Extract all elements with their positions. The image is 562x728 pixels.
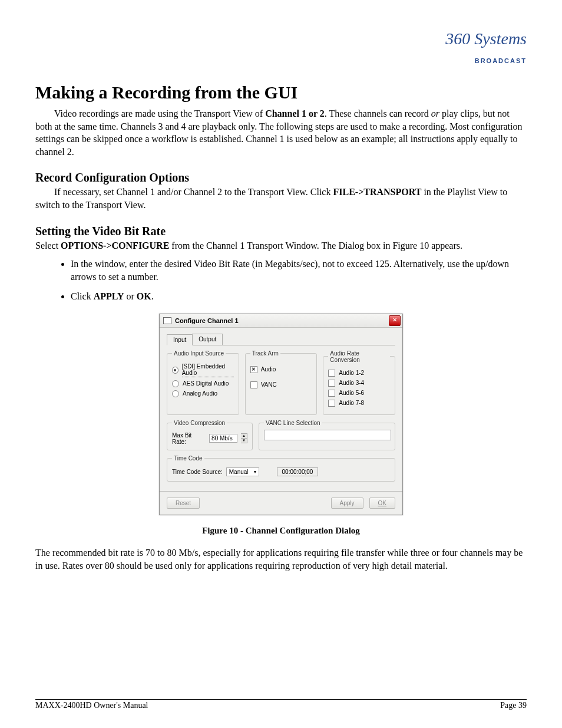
close-icon[interactable]: ✕	[389, 315, 401, 326]
titlebar: Configure Channel 1 ✕	[160, 314, 402, 328]
check-audio-3-4[interactable]: Audio 3-4	[328, 380, 390, 387]
footer-left: MAXX-2400HD Owner's Manual	[35, 701, 148, 710]
radio-label: AES Digital Audio	[183, 380, 229, 387]
legend: Time Code	[172, 455, 204, 462]
max-bit-rate-input[interactable]: 80 Mb/s	[209, 434, 237, 443]
dialog-title: Configure Channel 1	[175, 317, 239, 324]
field-label: Time Code Source:	[172, 469, 223, 475]
check-audio-5-6[interactable]: Audio 5-6	[328, 390, 390, 397]
top-row: Audio Input Source [SDI] Embedded Audio …	[167, 350, 395, 420]
time-code-source-combo[interactable]: Manual ▼	[226, 467, 259, 476]
legend: Track Arm	[250, 350, 280, 357]
audio-input-source-group: Audio Input Source [SDI] Embedded Audio …	[167, 350, 239, 415]
text: Video recordings are made using the Tran…	[54, 108, 265, 118]
section-heading: Record Configuration Options	[35, 171, 527, 185]
chevron-down-icon: ▼	[253, 470, 257, 474]
bit-rate-spinner[interactable]: ▲ ▼	[241, 433, 247, 443]
footer-right: Page 39	[500, 701, 527, 710]
time-code-group: Time Code Time Code Source: Manual ▼ 00:…	[167, 455, 395, 482]
legend: VANC Line Selection	[264, 420, 322, 426]
radio-icon	[172, 380, 179, 387]
check-label: Audio	[261, 366, 276, 373]
apply-button[interactable]: Apply	[331, 498, 363, 509]
radio-icon	[172, 390, 179, 397]
page: 360 Systems BROADCAST Making a Recording…	[0, 0, 562, 728]
dialog-screenshot: Configure Channel 1 ✕ Input Output Audio…	[35, 314, 527, 515]
vanc-line-input[interactable]	[264, 430, 391, 440]
dialog-body: Input Output Audio Input Source [SDI] Em…	[160, 328, 402, 491]
text-bold: OPTIONS->CONFIGURE	[61, 241, 169, 251]
text-em: or	[431, 108, 439, 118]
tab-input[interactable]: Input	[167, 334, 193, 345]
text-bold: Channel 1 or 2	[265, 108, 325, 118]
configure-channel-dialog: Configure Channel 1 ✕ Input Output Audio…	[159, 314, 403, 515]
dialog-footer: Reset Apply OK	[160, 491, 402, 515]
page-title: Making a Recording from the GUI	[35, 83, 527, 103]
mid-row: Video Compression Max Bit Rate: 80 Mb/s …	[167, 420, 395, 455]
video-compression-group: Video Compression Max Bit Rate: 80 Mb/s …	[167, 420, 253, 450]
check-audio-1-2[interactable]: Audio 1-2	[328, 370, 390, 377]
text-bold: OK	[137, 291, 151, 301]
legend: Audio Input Source	[172, 350, 226, 357]
page-footer: MAXX-2400HD Owner's Manual Page 39	[35, 699, 527, 710]
tab-output[interactable]: Output	[192, 334, 223, 345]
ok-label: OK	[378, 500, 386, 506]
text: or	[124, 291, 137, 301]
text-bold: APPLY	[94, 291, 124, 301]
radio-sdi-embedded[interactable]: [SDI] Embedded Audio	[172, 363, 234, 377]
ok-button[interactable]: OK	[369, 498, 395, 509]
radio-analog[interactable]: Analog Audio	[172, 390, 234, 397]
text: Click	[71, 291, 94, 301]
legend: Audio Rate Conversion	[328, 350, 390, 363]
paragraph: If necessary, set Channel 1 and/or Chann…	[35, 186, 527, 211]
figure-caption: Figure 10 - Channel Configuration Dialog	[35, 526, 527, 536]
list-item: Click APPLY or OK.	[71, 290, 527, 303]
check-label: Audio 3-4	[339, 380, 364, 386]
checkbox-icon	[250, 381, 257, 388]
field-label: Max Bit Rate:	[172, 432, 206, 445]
chevron-down-icon: ▼	[241, 439, 247, 443]
check-label: Audio 7-8	[339, 400, 364, 406]
check-label: VANC	[261, 381, 277, 388]
checkbox-icon	[250, 366, 257, 373]
reset-button[interactable]: Reset	[167, 498, 200, 509]
radio-icon	[172, 367, 178, 374]
legend: Video Compression	[172, 420, 227, 426]
checkbox-icon	[328, 400, 335, 407]
logo-script: 360 Systems	[445, 29, 527, 48]
radio-label: Analog Audio	[183, 390, 217, 397]
check-label: Audio 5-6	[339, 390, 364, 396]
checkbox-icon	[328, 380, 335, 387]
section-heading: Setting the Video Bit Rate	[35, 225, 527, 238]
checkbox-icon	[328, 390, 335, 397]
paragraph: Select OPTIONS->CONFIGURE from the Chann…	[35, 239, 527, 252]
check-vanc[interactable]: VANC	[250, 381, 312, 388]
text: If necessary, set Channel 1 and/or Chann…	[54, 187, 333, 197]
text: Select	[35, 241, 61, 251]
text: from the Channel 1 Transport Window. The…	[169, 241, 462, 251]
time-code-value: 00:00:00;00	[277, 467, 319, 476]
checkbox-icon	[328, 370, 335, 377]
audio-rate-conversion-group: Audio Rate Conversion Audio 1-2 Audio 3-…	[323, 350, 395, 415]
check-audio[interactable]: Audio	[250, 366, 312, 373]
check-audio-7-8[interactable]: Audio 7-8	[328, 400, 390, 407]
track-arm-group: Track Arm Audio VANC	[245, 350, 318, 415]
vanc-line-selection-group: VANC Line Selection	[259, 420, 395, 450]
logo: 360 Systems BROADCAST	[35, 29, 527, 65]
radio-aes-digital[interactable]: AES Digital Audio	[172, 380, 234, 387]
text: . These channels can record	[325, 108, 431, 118]
paragraph: The recommended bit rate is 70 to 80 Mb/…	[35, 546, 527, 572]
bullet-list: In the window, enter the desired Video B…	[71, 258, 527, 303]
window-icon	[163, 317, 171, 324]
radio-label: [SDI] Embedded Audio	[182, 363, 234, 377]
text-bold: FILE->TRANSPORT	[333, 187, 421, 197]
check-label: Audio 1-2	[339, 370, 364, 376]
combo-value: Manual	[229, 469, 249, 475]
intro-paragraph: Video recordings are made using the Tran…	[35, 107, 527, 158]
chevron-up-icon: ▲	[241, 434, 247, 439]
list-item: In the window, enter the desired Video B…	[71, 258, 527, 283]
logo-sub: BROADCAST	[475, 57, 527, 64]
tabs: Input Output	[167, 334, 395, 345]
text: .	[151, 291, 154, 301]
